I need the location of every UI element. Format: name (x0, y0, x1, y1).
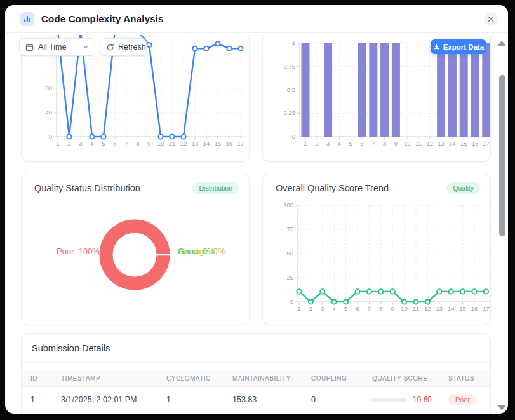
svg-text:13: 13 (436, 305, 443, 312)
quality-score-value: 10.60 (413, 395, 432, 404)
svg-text:1: 1 (304, 140, 307, 147)
svg-text:15: 15 (459, 305, 466, 312)
svg-text:3: 3 (79, 140, 82, 147)
quality-distribution-card: Quality Status Distribution Distribution… (21, 173, 250, 325)
download-icon (433, 43, 440, 50)
scroll-up-icon[interactable] (497, 41, 506, 46)
table-row[interactable]: 1 3/1/2025, 2:02:01 PM 1 153.83 0 10.60 … (22, 387, 490, 412)
svg-text:12: 12 (427, 140, 434, 147)
cell-timestamp: 3/1/2025, 2:02:01 PM (61, 395, 166, 404)
svg-text:1: 1 (297, 305, 300, 312)
svg-text:8: 8 (379, 305, 382, 312)
svg-text:0: 0 (49, 133, 52, 140)
export-label: Export Data (443, 43, 485, 51)
svg-text:8: 8 (136, 140, 139, 147)
svg-text:16: 16 (226, 140, 233, 147)
svg-text:5: 5 (349, 140, 352, 147)
close-button[interactable] (484, 12, 498, 26)
svg-text:3: 3 (326, 140, 330, 147)
svg-text:2: 2 (315, 140, 318, 147)
quality-line-chart: 12345678910111213141516170255075100 (263, 173, 490, 325)
svg-text:7: 7 (124, 140, 128, 147)
divider (22, 362, 490, 363)
col-status: STATUS (448, 375, 490, 382)
svg-text:4: 4 (333, 305, 336, 312)
refresh-button[interactable]: Refresh (100, 38, 147, 56)
refresh-label: Refresh (118, 43, 146, 51)
svg-text:80: 80 (45, 85, 52, 91)
svg-text:10: 10 (157, 140, 164, 147)
svg-text:4: 4 (338, 140, 341, 147)
col-maintainability: MAINTAINABILITY (232, 375, 311, 382)
svg-text:11: 11 (169, 140, 175, 147)
svg-text:15: 15 (215, 140, 222, 147)
svg-text:10: 10 (404, 140, 411, 147)
cyclomatic-complexity-card: 123456789101112131415161700.250.50.751 (262, 35, 491, 162)
scrollbar-thumb[interactable] (499, 75, 505, 236)
table-title: Submission Details (22, 334, 490, 353)
donut-label-poor: Poor: 100% (57, 247, 100, 256)
svg-text:2: 2 (309, 305, 312, 312)
svg-text:13: 13 (438, 140, 445, 147)
time-filter-dropdown[interactable]: All Time (19, 38, 95, 56)
svg-text:11: 11 (413, 305, 419, 312)
svg-text:14: 14 (203, 140, 210, 147)
scroll-down-icon[interactable] (497, 405, 506, 410)
cell-quality-score: 10.60 (372, 395, 448, 404)
col-coupling: COUPLING (311, 375, 372, 382)
donut-label-good: Good: 0% (178, 247, 215, 256)
close-icon (488, 16, 494, 22)
cell-id: 1 (30, 395, 61, 404)
svg-text:16: 16 (472, 140, 479, 147)
svg-text:8: 8 (383, 140, 386, 147)
table-header-row: ID TIMESTAMP CYCLOMATIC MAINTAINABILITY … (22, 370, 490, 387)
quality-score-track (372, 398, 407, 402)
cell-maintainability: 153.83 (232, 395, 311, 404)
bar-chart-icon (20, 12, 34, 26)
export-data-button[interactable]: Export Data (431, 39, 486, 54)
svg-text:6: 6 (356, 305, 359, 312)
svg-text:75: 75 (286, 226, 293, 233)
modal-header: Code Complexity Analysis (5, 5, 508, 33)
time-filter-value: All Time (38, 43, 66, 51)
svg-text:12: 12 (180, 140, 187, 147)
svg-text:1: 1 (56, 140, 59, 147)
svg-text:9: 9 (147, 140, 150, 147)
refresh-icon (106, 43, 114, 51)
cell-coupling: 0 (311, 395, 372, 404)
svg-text:7: 7 (371, 140, 375, 147)
svg-text:9: 9 (391, 305, 394, 312)
svg-text:14: 14 (448, 305, 455, 312)
svg-text:4: 4 (90, 140, 93, 147)
calendar-icon (25, 43, 34, 51)
svg-text:50: 50 (286, 250, 293, 257)
svg-text:9: 9 (394, 140, 398, 147)
modal-title: Code Complexity Analysis (41, 13, 164, 24)
svg-text:25: 25 (286, 274, 293, 281)
col-timestamp: TIMESTAMP (61, 375, 166, 382)
submission-details-card: Submission Details ID TIMESTAMP CYCLOMAT… (21, 333, 491, 414)
svg-text:40: 40 (45, 109, 52, 116)
svg-text:2: 2 (67, 140, 70, 147)
svg-text:16: 16 (471, 305, 478, 312)
cell-cyclomatic: 1 (166, 395, 232, 404)
svg-text:5: 5 (102, 140, 105, 147)
svg-text:7: 7 (368, 305, 371, 312)
svg-text:6: 6 (360, 140, 363, 147)
status-badge: Poor (448, 394, 477, 405)
svg-text:13: 13 (192, 140, 199, 147)
quality-trend-card: Overall Quality Score Trend Quality 1234… (262, 173, 491, 325)
svg-text:17: 17 (483, 305, 490, 312)
svg-text:12: 12 (424, 305, 431, 312)
col-cyclomatic: CYCLOMATIC (166, 375, 232, 382)
code-complexity-modal: Code Complexity Analysis All Time Refres… (5, 5, 508, 414)
svg-text:0.75: 0.75 (284, 63, 296, 70)
svg-text:1: 1 (292, 39, 295, 46)
svg-text:14: 14 (449, 140, 456, 147)
chevron-down-icon (83, 44, 89, 50)
svg-text:0.5: 0.5 (287, 86, 295, 93)
svg-text:10: 10 (401, 305, 408, 312)
svg-text:6: 6 (113, 140, 116, 147)
cell-status: Poor (448, 394, 490, 405)
svg-text:100: 100 (283, 201, 293, 208)
